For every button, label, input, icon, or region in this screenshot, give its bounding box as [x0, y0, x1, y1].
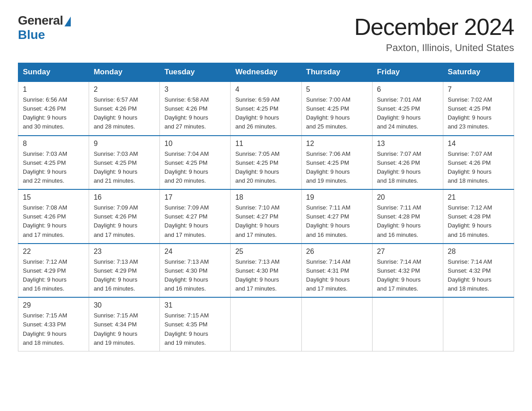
calendar-cell: 23Sunrise: 7:13 AMSunset: 4:29 PMDayligh… [89, 244, 160, 298]
header-cell-tuesday: Tuesday [160, 63, 231, 82]
calendar-cell: 19Sunrise: 7:11 AMSunset: 4:27 PMDayligh… [301, 189, 372, 244]
day-info: Sunrise: 7:00 AMSunset: 4:25 PMDaylight:… [306, 95, 368, 132]
day-info: Sunrise: 7:15 AMSunset: 4:34 PMDaylight:… [94, 311, 155, 347]
calendar-cell: 30Sunrise: 7:15 AMSunset: 4:34 PMDayligh… [89, 297, 160, 351]
day-number: 23 [94, 248, 155, 256]
day-info: Sunrise: 7:03 AMSunset: 4:25 PMDaylight:… [23, 150, 84, 186]
day-number: 18 [235, 193, 296, 201]
day-info: Sunrise: 7:03 AMSunset: 4:25 PMDaylight:… [94, 150, 155, 186]
day-number: 13 [377, 140, 438, 148]
day-number: 7 [448, 86, 509, 94]
logo-general-text: General [18, 13, 63, 28]
calendar-cell: 25Sunrise: 7:13 AMSunset: 4:30 PMDayligh… [231, 244, 301, 298]
calendar-cell: 27Sunrise: 7:14 AMSunset: 4:32 PMDayligh… [372, 244, 443, 298]
header-cell-sunday: Sunday [18, 63, 89, 82]
calendar-cell: 13Sunrise: 7:07 AMSunset: 4:26 PMDayligh… [372, 136, 443, 190]
header-cell-wednesday: Wednesday [231, 63, 301, 82]
day-info: Sunrise: 6:59 AMSunset: 4:25 PMDaylight:… [235, 95, 296, 132]
day-number: 22 [23, 248, 84, 256]
logo-blue-text: Blue [18, 28, 45, 42]
day-number: 2 [94, 86, 155, 94]
day-number: 12 [306, 140, 368, 148]
calendar-cell: 4Sunrise: 6:59 AMSunset: 4:25 PMDaylight… [231, 81, 301, 136]
day-number: 20 [377, 193, 438, 201]
day-info: Sunrise: 7:12 AMSunset: 4:29 PMDaylight:… [23, 257, 84, 294]
header-cell-monday: Monday [89, 63, 160, 82]
calendar-cell: 29Sunrise: 7:15 AMSunset: 4:33 PMDayligh… [18, 297, 89, 351]
logo: General Blue [18, 13, 71, 42]
day-info: Sunrise: 7:09 AMSunset: 4:27 PMDaylight:… [164, 203, 226, 240]
day-number: 31 [164, 301, 226, 309]
day-info: Sunrise: 7:11 AMSunset: 4:28 PMDaylight:… [377, 203, 438, 240]
calendar-cell: 22Sunrise: 7:12 AMSunset: 4:29 PMDayligh… [18, 244, 89, 298]
calendar-table: SundayMondayTuesdayWednesdayThursdayFrid… [18, 63, 514, 351]
day-number: 26 [306, 248, 368, 256]
calendar-cell: 17Sunrise: 7:09 AMSunset: 4:27 PMDayligh… [160, 189, 231, 244]
day-info: Sunrise: 7:14 AMSunset: 4:32 PMDaylight:… [377, 257, 438, 294]
calendar-cell: 26Sunrise: 7:14 AMSunset: 4:31 PMDayligh… [301, 244, 372, 298]
day-info: Sunrise: 7:14 AMSunset: 4:32 PMDaylight:… [448, 257, 509, 294]
header-row: SundayMondayTuesdayWednesdayThursdayFrid… [18, 63, 514, 82]
day-info: Sunrise: 7:09 AMSunset: 4:26 PMDaylight:… [94, 203, 155, 240]
day-info: Sunrise: 7:13 AMSunset: 4:30 PMDaylight:… [235, 257, 296, 294]
day-number: 25 [235, 248, 296, 256]
week-row-1: 1Sunrise: 6:56 AMSunset: 4:26 PMDaylight… [18, 81, 514, 136]
day-info: Sunrise: 7:11 AMSunset: 4:27 PMDaylight:… [306, 203, 368, 240]
day-info: Sunrise: 7:07 AMSunset: 4:26 PMDaylight:… [377, 150, 438, 186]
calendar-body: 1Sunrise: 6:56 AMSunset: 4:26 PMDaylight… [18, 81, 514, 351]
day-info: Sunrise: 7:10 AMSunset: 4:27 PMDaylight:… [235, 203, 296, 240]
calendar-cell [231, 297, 301, 351]
day-number: 17 [164, 193, 226, 201]
location-title: Paxton, Illinois, United States [354, 42, 514, 54]
month-title: December 2024 [354, 13, 514, 40]
calendar-cell: 1Sunrise: 6:56 AMSunset: 4:26 PMDaylight… [18, 81, 89, 136]
day-info: Sunrise: 7:02 AMSunset: 4:25 PMDaylight:… [448, 95, 509, 132]
calendar-cell [301, 297, 372, 351]
day-number: 28 [448, 248, 509, 256]
calendar-cell: 8Sunrise: 7:03 AMSunset: 4:25 PMDaylight… [18, 136, 89, 190]
header-cell-friday: Friday [372, 63, 443, 82]
day-number: 30 [94, 301, 155, 309]
week-row-3: 15Sunrise: 7:08 AMSunset: 4:26 PMDayligh… [18, 189, 514, 244]
calendar-cell: 15Sunrise: 7:08 AMSunset: 4:26 PMDayligh… [18, 189, 89, 244]
header-cell-saturday: Saturday [443, 63, 514, 82]
day-number: 14 [448, 140, 509, 148]
day-number: 5 [306, 86, 368, 94]
calendar-cell: 11Sunrise: 7:05 AMSunset: 4:25 PMDayligh… [231, 136, 301, 190]
calendar-cell: 14Sunrise: 7:07 AMSunset: 4:26 PMDayligh… [443, 136, 514, 190]
day-number: 19 [306, 193, 368, 201]
calendar-cell: 6Sunrise: 7:01 AMSunset: 4:25 PMDaylight… [372, 81, 443, 136]
day-info: Sunrise: 7:05 AMSunset: 4:25 PMDaylight:… [235, 150, 296, 186]
day-number: 10 [164, 140, 226, 148]
day-number: 3 [164, 86, 226, 94]
calendar-cell: 7Sunrise: 7:02 AMSunset: 4:25 PMDaylight… [443, 81, 514, 136]
day-info: Sunrise: 6:57 AMSunset: 4:26 PMDaylight:… [94, 95, 155, 132]
day-number: 6 [377, 86, 438, 94]
header-cell-thursday: Thursday [301, 63, 372, 82]
day-number: 21 [448, 193, 509, 201]
day-info: Sunrise: 7:13 AMSunset: 4:29 PMDaylight:… [94, 257, 155, 294]
calendar-cell [372, 297, 443, 351]
calendar-cell: 2Sunrise: 6:57 AMSunset: 4:26 PMDaylight… [89, 81, 160, 136]
day-info: Sunrise: 7:15 AMSunset: 4:33 PMDaylight:… [23, 311, 84, 347]
day-info: Sunrise: 7:13 AMSunset: 4:30 PMDaylight:… [164, 257, 226, 294]
day-number: 11 [235, 140, 296, 148]
day-number: 15 [23, 193, 84, 201]
calendar-cell: 18Sunrise: 7:10 AMSunset: 4:27 PMDayligh… [231, 189, 301, 244]
day-info: Sunrise: 7:07 AMSunset: 4:26 PMDaylight:… [448, 150, 509, 186]
day-number: 1 [23, 86, 84, 94]
calendar-cell: 5Sunrise: 7:00 AMSunset: 4:25 PMDaylight… [301, 81, 372, 136]
day-number: 24 [164, 248, 226, 256]
calendar-cell: 3Sunrise: 6:58 AMSunset: 4:26 PMDaylight… [160, 81, 231, 136]
day-number: 8 [23, 140, 84, 148]
day-number: 27 [377, 248, 438, 256]
day-info: Sunrise: 7:15 AMSunset: 4:35 PMDaylight:… [164, 311, 226, 347]
calendar-cell [443, 297, 514, 351]
calendar-cell: 28Sunrise: 7:14 AMSunset: 4:32 PMDayligh… [443, 244, 514, 298]
day-number: 4 [235, 86, 296, 94]
day-info: Sunrise: 7:04 AMSunset: 4:25 PMDaylight:… [164, 150, 226, 186]
calendar-cell: 24Sunrise: 7:13 AMSunset: 4:30 PMDayligh… [160, 244, 231, 298]
calendar-cell: 16Sunrise: 7:09 AMSunset: 4:26 PMDayligh… [89, 189, 160, 244]
calendar-cell: 21Sunrise: 7:12 AMSunset: 4:28 PMDayligh… [443, 189, 514, 244]
calendar-cell: 10Sunrise: 7:04 AMSunset: 4:25 PMDayligh… [160, 136, 231, 190]
